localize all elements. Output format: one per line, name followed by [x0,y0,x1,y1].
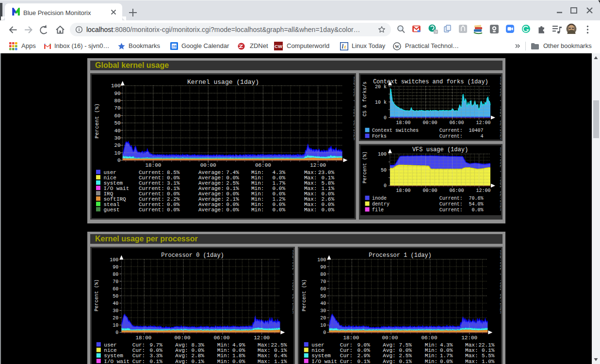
svg-text:1.1%: 1.1% [274,359,287,364]
svg-text:Current:: Current: [439,202,463,207]
svg-text:12:00: 12:00 [461,335,477,341]
svg-text:Min:: Min: [251,207,264,213]
svg-text:RRDTOOL / TOBI OETIKER: RRDTOOL / TOBI OETIKER [499,250,501,314]
svg-text:30: 30 [113,308,118,314]
svg-text:18:00: 18:00 [396,120,410,126]
svg-text:70: 70 [320,279,326,285]
svg-text:06:00: 06:00 [255,162,271,168]
svg-text:06:00: 06:00 [213,335,229,341]
svg-text:4.3%: 4.3% [440,342,453,348]
svg-text:0.0%: 0.0% [232,359,245,364]
svg-text:Cur:: Cur: [132,348,145,353]
svg-text:Max:: Max: [258,342,270,348]
svg-text:Cur:: Cur: [340,348,353,353]
svg-text:7.5%: 7.5% [399,342,412,348]
svg-text:6.4%: 6.4% [274,353,287,359]
svg-text:Avg:: Avg: [175,342,188,348]
svg-text:22.5%: 22.5% [271,342,287,348]
svg-text:18:00: 18:00 [135,335,151,341]
svg-text:Cur:: Cur: [340,359,353,364]
svg-text:Max:: Max: [465,359,478,364]
svg-text:70: 70 [114,105,120,111]
svg-text:10: 10 [113,323,118,328]
svg-text:Avg:: Avg: [175,359,188,364]
svg-text:50: 50 [381,168,387,173]
svg-text:Avg:: Avg: [175,353,188,359]
svg-text:1.0%: 1.0% [482,359,495,364]
svg-text:CW: CW [275,44,282,49]
svg-text:0: 0 [384,115,387,121]
svg-text:0: 0 [115,330,118,335]
svg-text:30: 30 [320,308,326,314]
svg-text:2.8%: 2.8% [191,353,204,359]
svg-text:10 k: 10 k [375,100,387,105]
svg-text:guest: guest [104,207,120,213]
svg-text:Percent (%): Percent (%) [94,103,100,139]
svg-text:0: 0 [323,330,326,335]
svg-text:18:00: 18:00 [396,188,410,193]
svg-text:Avg:: Avg: [383,359,395,364]
svg-text:Average:: Average: [198,207,224,213]
svg-text:Avg:: Avg: [383,342,395,348]
svg-text:12:00: 12:00 [476,188,490,193]
svg-text:06:00: 06:00 [449,188,464,193]
svg-text:9.7%: 9.7% [149,342,162,348]
svg-text:I/O wait: I/O wait [311,359,337,364]
svg-text:?: ? [435,30,437,34]
svg-text:user: user [311,342,324,348]
svg-text:Min:: Min: [425,353,438,359]
svg-text:50: 50 [114,120,120,126]
svg-text:0: 0 [384,183,387,189]
svg-text:nice: nice [311,348,324,353]
svg-text:Processor 0 (1day): Processor 0 (1day) [161,252,224,259]
svg-text:RRDTOOL / TOBI OETIKER: RRDTOOL / TOBI OETIKER [499,147,501,211]
svg-text:0.0%: 0.0% [399,348,412,353]
svg-text:0.1%: 0.1% [399,359,412,364]
svg-text:Min:: Min: [217,353,230,359]
svg-text:20: 20 [114,142,120,148]
svg-text:inode: inode [372,196,387,201]
svg-text:10: 10 [320,323,326,328]
svg-text:20: 20 [320,316,326,321]
svg-text:06:00: 06:00 [421,335,437,341]
svg-text:0.0%: 0.0% [191,348,204,353]
svg-text:0.1%: 0.1% [482,348,495,353]
svg-text:80: 80 [320,272,326,277]
svg-text:3.3%: 3.3% [149,353,162,359]
svg-text:100: 100 [378,152,387,157]
svg-text:Max:: Max: [304,207,317,213]
svg-text:1.8%: 1.8% [232,353,245,359]
svg-text:00:00: 00:00 [174,335,190,341]
svg-text:00:00: 00:00 [422,188,437,193]
svg-text:Max:: Max: [258,359,270,364]
svg-text:1.7%: 1.7% [440,353,453,359]
svg-text:Current:: Current: [439,196,463,201]
svg-text:Processor 1 (1day): Processor 1 (1day) [369,252,432,259]
svg-text:8.3%: 8.3% [191,342,204,348]
svg-text:12:00: 12:00 [254,335,270,341]
svg-text:80: 80 [114,98,120,104]
svg-text:54.0%: 54.0% [469,202,484,207]
svg-text:RRDTOOL / TOBI OETIKER: RRDTOOL / TOBI OETIKER [352,77,355,141]
svg-text:system: system [104,353,123,359]
svg-text:0.1%: 0.1% [357,359,370,364]
svg-text:RRDTOOL / TOBI OETIKER: RRDTOOL / TOBI OETIKER [291,250,293,314]
svg-text:5.5%: 5.5% [482,353,495,359]
svg-text:70: 70 [113,279,118,285]
svg-text:Min:: Min: [217,348,230,353]
svg-text:Percent (%): Percent (%) [94,279,99,311]
svg-text:0.0%: 0.0% [149,348,162,353]
svg-text:40: 40 [320,301,326,306]
svg-text:06:00: 06:00 [449,120,464,126]
svg-text:40: 40 [114,128,120,134]
svg-text:Context switches: Context switches [372,128,419,133]
svg-text:Max:: Max: [465,353,478,359]
svg-text:0.1%: 0.1% [191,359,204,364]
svg-text:Min:: Min: [217,359,230,364]
svg-text:dentry: dentry [372,202,389,207]
svg-text:Context switches and forks (1: Context switches and forks (1day) [373,79,488,85]
svg-text:10: 10 [114,150,120,156]
svg-text:file: file [372,207,384,213]
svg-text:2.9%: 2.9% [357,353,370,359]
svg-text:28: 28 [172,44,177,48]
